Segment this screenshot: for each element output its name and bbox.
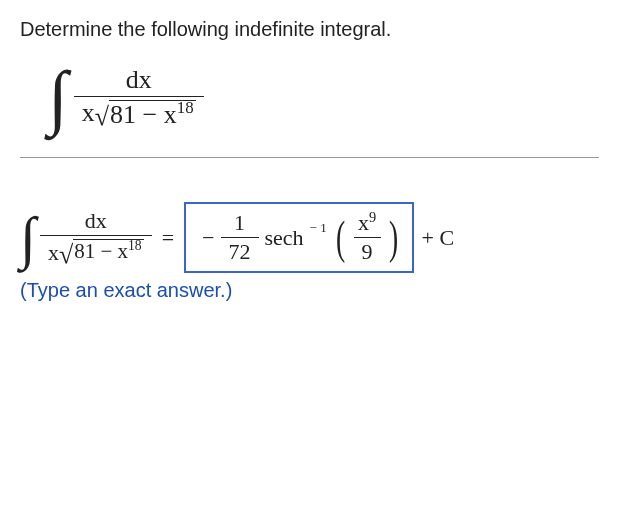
inverse-exponent: − 1	[310, 220, 327, 236]
leading-minus: −	[202, 225, 214, 251]
coef-den: 72	[221, 237, 259, 265]
radicand-op: −	[143, 100, 158, 129]
sech-function: sech	[265, 225, 304, 251]
den-lead: x	[48, 240, 59, 265]
radicand-op: −	[100, 239, 112, 263]
numerator: dx	[116, 65, 162, 96]
arg-num-exp: 9	[369, 209, 376, 225]
arg-num-base: x	[358, 210, 369, 235]
right-paren-icon: )	[389, 215, 398, 261]
coefficient-fraction: 1 72	[221, 210, 259, 265]
radicand-b: x	[164, 100, 177, 129]
integral-symbol: ∫	[20, 209, 36, 267]
radicand: 81 − x18	[109, 100, 196, 128]
divider	[20, 157, 599, 158]
radical-icon: √	[59, 242, 73, 268]
integral-symbol: ∫	[48, 61, 68, 133]
denominator: x√81 − x18	[40, 235, 152, 267]
plus-constant: + C	[422, 225, 455, 251]
radicand-exp: 18	[128, 238, 142, 253]
arg-den: 9	[354, 237, 381, 265]
radicand-b: x	[118, 239, 129, 263]
coef-num: 1	[224, 210, 255, 237]
radicand-exp: 18	[177, 98, 194, 117]
denominator: x√81 − x18	[74, 96, 204, 130]
argument-group: ( x9 9 )	[333, 210, 402, 265]
answer-input[interactable]: − 1 72 sech − 1 ( x9 9 )	[184, 202, 413, 273]
radicand: 81 − x18	[73, 239, 143, 265]
argument-fraction: x9 9	[348, 210, 386, 265]
left-paren-icon: (	[336, 215, 345, 261]
radical-icon: √	[95, 104, 109, 132]
den-lead: x	[82, 98, 95, 127]
question-prompt: Determine the following indefinite integ…	[20, 18, 599, 41]
answer-row: ∫ dx x√81 − x18 = − 1 72 sech − 1 ( x9 9…	[20, 202, 599, 273]
integrand-fraction: dx x√81 − x18	[40, 208, 152, 267]
integrand-fraction: dx x√81 − x18	[74, 65, 204, 130]
sqrt-group: √81 − x18	[95, 100, 196, 128]
sqrt-group: √81 − x18	[59, 239, 144, 265]
answer-hint: (Type an exact answer.)	[20, 279, 599, 302]
radicand-a: 81	[74, 239, 95, 263]
integral-display-mid: ∫ dx x√81 − x18	[20, 208, 152, 267]
arg-num: x9	[348, 210, 386, 237]
radicand-a: 81	[110, 100, 136, 129]
numerator: dx	[75, 208, 117, 235]
equals-sign: =	[162, 225, 174, 251]
integral-display-large: ∫ dx x√81 − x18	[48, 61, 599, 133]
